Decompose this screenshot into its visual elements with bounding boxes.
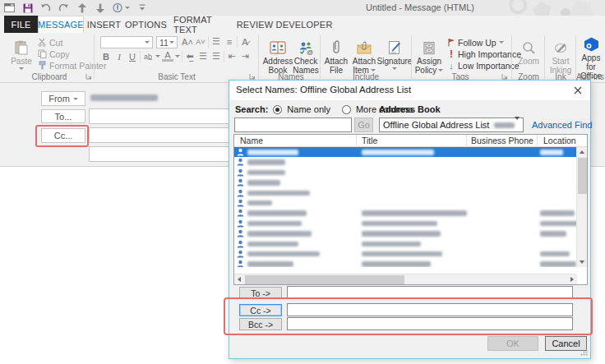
copy-icon xyxy=(38,49,47,58)
address-entry-row[interactable] xyxy=(234,198,577,208)
address-entry-row[interactable] xyxy=(234,259,577,267)
address-entry-row[interactable] xyxy=(234,219,577,228)
tab-options[interactable]: OPTIONS xyxy=(126,16,166,33)
from-button[interactable]: From xyxy=(41,91,85,106)
customize-qat-icon[interactable] xyxy=(136,2,148,13)
high-importance-button[interactable]: ! High Importance xyxy=(447,48,521,59)
vertical-scroll-thumb[interactable] xyxy=(578,158,587,194)
cc-button[interactable]: Cc... xyxy=(41,128,85,143)
location-redacted xyxy=(540,210,575,216)
tab-review[interactable]: REVIEW xyxy=(237,16,273,33)
tab-message[interactable]: MESSAGE xyxy=(38,16,84,33)
copy-button[interactable]: Copy xyxy=(38,48,70,59)
paste-icon xyxy=(15,37,28,55)
quick-access-toolbar xyxy=(3,2,148,14)
cc-arrow-button[interactable]: Cc -> xyxy=(239,304,282,316)
column-name[interactable]: Name xyxy=(240,136,263,145)
horizontal-scrollbar[interactable] xyxy=(234,274,577,284)
apps-for-office-icon xyxy=(584,37,599,52)
name-redacted xyxy=(247,180,280,186)
clear-formatting-icon[interactable]: A̷ xyxy=(239,36,251,48)
more-columns-radio[interactable] xyxy=(342,105,351,114)
scroll-down-icon[interactable] xyxy=(580,260,584,264)
touch-mode-icon[interactable] xyxy=(112,2,130,13)
align-left-icon[interactable]: ⬅̲ xyxy=(184,51,196,62)
column-business-phone[interactable]: Business Phone xyxy=(471,136,533,145)
search-input[interactable] xyxy=(234,117,352,132)
horizontal-scroll-thumb[interactable] xyxy=(245,275,404,284)
name-redacted xyxy=(247,242,298,247)
address-entry-row[interactable] xyxy=(234,249,577,259)
location-redacted xyxy=(540,221,577,227)
close-icon[interactable] xyxy=(570,83,585,98)
tags-dialog-launcher-icon[interactable] xyxy=(501,73,508,80)
save-icon[interactable] xyxy=(21,2,34,13)
scroll-up-icon[interactable] xyxy=(580,150,584,154)
address-entry-row[interactable] xyxy=(234,168,577,177)
address-entry-row[interactable] xyxy=(234,208,577,218)
tab-file[interactable]: FILE xyxy=(4,16,38,33)
undo-icon[interactable] xyxy=(39,2,52,13)
font-color-icon[interactable]: A xyxy=(162,52,173,62)
address-entry-row[interactable] xyxy=(234,147,577,157)
tab-insert[interactable]: INSERT xyxy=(87,16,121,33)
cc-recipients-field[interactable] xyxy=(287,303,573,316)
underline-button[interactable]: U xyxy=(127,51,138,62)
basic-text-dialog-launcher-icon[interactable] xyxy=(249,73,256,80)
bold-button[interactable]: B xyxy=(100,51,112,62)
zoom-icon xyxy=(522,37,536,55)
column-title[interactable]: Title xyxy=(362,136,377,145)
address-entry-row[interactable] xyxy=(234,228,577,238)
align-right-icon[interactable]: ☰ xyxy=(210,51,222,62)
clipboard-dialog-launcher-icon[interactable] xyxy=(85,73,92,80)
bcc-recipients-field[interactable] xyxy=(287,317,573,330)
name-only-radio[interactable] xyxy=(273,105,282,114)
to-field[interactable] xyxy=(89,108,237,124)
font-size-combobox[interactable]: 11 xyxy=(156,36,178,48)
attach-file-icon xyxy=(331,37,341,55)
message-window-icon[interactable] xyxy=(3,2,16,13)
resize-grip[interactable] xyxy=(580,348,588,356)
low-importance-button[interactable]: ↓ Low Importance xyxy=(447,60,520,71)
italic-button[interactable]: I xyxy=(113,51,125,62)
go-button[interactable]: Go xyxy=(354,117,373,132)
scroll-left-icon[interactable] xyxy=(238,277,241,282)
grow-font-icon[interactable]: A˄ xyxy=(182,36,193,48)
column-location[interactable]: Location xyxy=(543,136,576,145)
follow-up-button[interactable]: Follow Up xyxy=(447,37,504,48)
address-book-dropdown[interactable]: Offline Global Address List - T xyxy=(379,117,524,132)
to-arrow-button[interactable]: To -> xyxy=(239,287,282,299)
address-entry-row[interactable] xyxy=(234,157,577,167)
address-entry-row[interactable] xyxy=(234,239,577,249)
ok-button[interactable]: OK xyxy=(487,336,538,351)
cut-button[interactable]: Cut xyxy=(38,37,62,48)
to-recipients-field[interactable] xyxy=(287,286,573,299)
address-book-icon xyxy=(270,37,286,55)
move-up-icon[interactable] xyxy=(76,2,88,13)
ribbon: Paste Cut Copy Format Painter Clipboard … xyxy=(0,33,605,83)
advanced-find-link[interactable]: Advanced Find xyxy=(532,120,592,130)
format-painter-button[interactable]: Format Painter xyxy=(38,60,106,71)
vertical-scrollbar[interactable] xyxy=(576,147,587,267)
increase-indent-icon[interactable]: ⇥ xyxy=(239,51,251,62)
bcc-arrow-button[interactable]: Bcc -> xyxy=(239,318,282,330)
decrease-indent-icon[interactable]: ⇤ xyxy=(226,51,238,62)
title-redacted xyxy=(362,242,421,247)
address-entry-row[interactable] xyxy=(234,177,577,187)
tab-developer[interactable]: DEVELOPER xyxy=(278,16,330,33)
bullets-icon[interactable]: ☰ xyxy=(210,36,222,48)
redo-icon[interactable] xyxy=(58,2,70,13)
to-button[interactable]: To... xyxy=(41,109,85,123)
numbering-icon[interactable]: ≡ xyxy=(224,36,235,48)
address-entry-row[interactable] xyxy=(234,188,577,198)
cc-field[interactable] xyxy=(89,127,237,143)
scroll-right-icon[interactable] xyxy=(570,277,574,282)
align-center-icon[interactable]: ☰ xyxy=(197,51,209,62)
tab-format-text[interactable]: FORMAT TEXT xyxy=(173,16,232,33)
shrink-font-icon[interactable]: A˅ xyxy=(195,36,206,48)
move-down-icon[interactable] xyxy=(94,2,106,13)
font-name-combobox[interactable] xyxy=(100,36,153,48)
title-redacted xyxy=(362,261,431,267)
subject-field[interactable] xyxy=(89,146,237,162)
highlight-icon[interactable]: ab̲ xyxy=(142,51,154,62)
